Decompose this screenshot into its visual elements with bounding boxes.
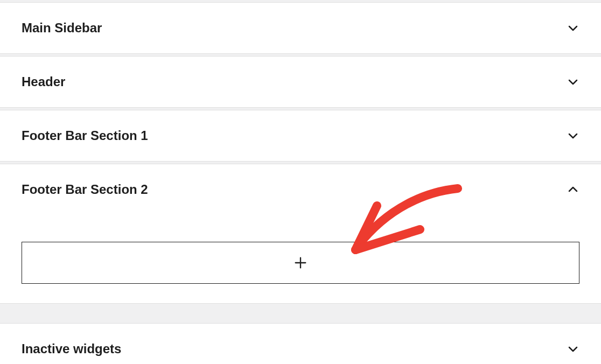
widget-area-title: Header (22, 74, 65, 89)
plus-icon (293, 255, 308, 270)
widget-area-title: Footer Bar Section 2 (22, 182, 148, 197)
widget-area-footer-bar-1[interactable]: Footer Bar Section 1 (0, 110, 601, 162)
chevron-down-icon (567, 22, 579, 34)
widget-area-footer-bar-2-body (0, 215, 601, 304)
widget-area-footer-bar-2[interactable]: Footer Bar Section 2 (0, 164, 601, 215)
chevron-down-icon (567, 129, 579, 142)
chevron-down-icon (567, 342, 579, 355)
add-block-button[interactable] (22, 242, 579, 284)
widget-area-main-sidebar[interactable]: Main Sidebar (0, 2, 601, 54)
chevron-down-icon (567, 75, 579, 88)
widget-area-title: Footer Bar Section 1 (22, 128, 148, 143)
widget-areas-list: Main Sidebar Header Footer Bar Section 1… (0, 2, 601, 364)
widget-area-header[interactable]: Header (0, 56, 601, 108)
widget-area-inactive-widgets[interactable]: Inactive widgets (0, 323, 601, 364)
widget-area-title: Inactive widgets (22, 341, 121, 356)
chevron-up-icon (567, 183, 579, 196)
widget-area-title: Main Sidebar (22, 20, 102, 36)
